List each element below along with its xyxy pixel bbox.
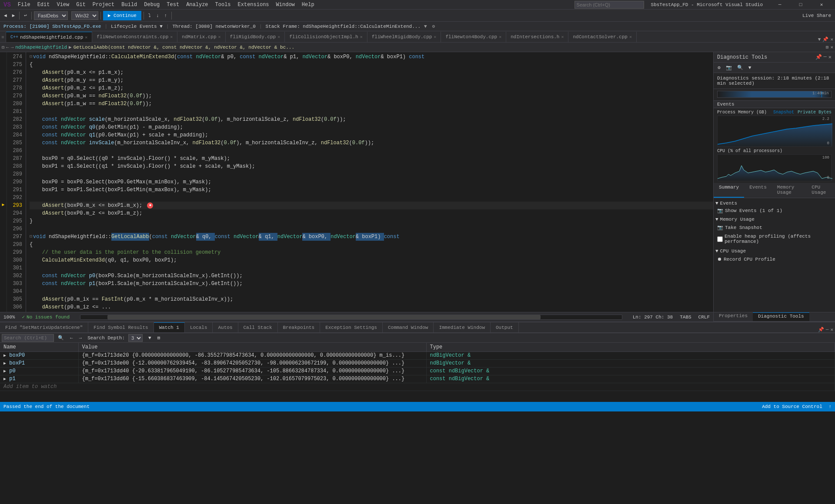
addr-class[interactable]: ndShapeHeightfield [15,45,67,50]
dtab-cpu[interactable]: CPU Usage [806,183,835,198]
diag-close[interactable]: ✕ [828,54,832,60]
undo-button[interactable]: ↩ [22,11,29,20]
config-dropdown[interactable]: FastDebs [34,11,68,20]
tab-pin[interactable]: 📌 [822,36,828,42]
diag-timeline[interactable]: 1:40min [717,91,832,98]
live-share-btn[interactable]: Live Share [800,11,833,20]
watch-filter-btn[interactable]: ▼ [146,334,154,342]
tab-close-8[interactable]: ✕ [629,34,632,40]
enable-heap-item[interactable]: Enable heap profiling (affects performan… [714,232,835,246]
addr-close[interactable]: ✕ [830,44,833,50]
tab-close-2[interactable]: ✕ [218,34,221,40]
memory-section-header[interactable]: ▼ Memory Usage [714,216,835,223]
tab-close-1[interactable]: ✕ [170,34,173,40]
addr-back[interactable]: ← [6,45,9,50]
tab-flinewton4body[interactable]: fliNewton4Body.cpp ✕ [441,32,506,42]
tab-close-all[interactable]: ✕ [830,36,833,42]
tab-misc-files[interactable]: ⊞ [0,32,6,42]
tab-flicollision[interactable]: fliCollisionObjectImpl.h ✕ [285,32,367,42]
watch-add-item[interactable]: Add item to watch [0,383,835,391]
snapshot-toggle[interactable]: Snapshot [773,110,794,115]
btab-locals[interactable]: Locals [185,322,213,332]
btab-output[interactable]: Output [491,322,519,332]
events-show[interactable]: 📷 Show Events (1 of 1) [714,207,835,214]
restore-button[interactable]: □ [791,0,811,10]
tab-ndshapeheightfield[interactable]: C++ ndShapeHeightfield.cpp ✕ [6,32,92,42]
diag-search[interactable]: 🔍 [735,63,745,73]
watch-search-btn[interactable]: 🔍 [56,334,66,342]
tab-flirigid[interactable]: fliRigidBody.cpp ✕ [226,32,285,42]
btab-watch1[interactable]: Watch 1 [154,322,185,332]
stack-frame-label[interactable]: Stack Frame: ndShapeHeightfield::Calcula… [266,24,421,29]
menu-extensions[interactable]: Extensions [234,2,273,8]
btab-exception[interactable]: Exception Settings [320,322,383,332]
btab-immediate[interactable]: Immediate Window [434,322,491,332]
watch-value-2[interactable]: {m_f=0x1713dd40 {-20.633817965049190, -8… [78,367,426,375]
pdtab-properties[interactable]: Properties [714,312,753,321]
menu-analyze[interactable]: Analyze [183,2,211,8]
collapse-297[interactable]: ⊟ [30,233,32,241]
dtab-events[interactable]: Events [744,183,772,198]
settings-icon[interactable]: ⚙ [432,23,435,29]
toolbar-back[interactable]: ◀ [2,11,9,20]
error-icon-293[interactable]: ● [147,202,153,209]
cpu-section-header[interactable]: ▼ CPU Usage [714,248,835,255]
btab-breakpoints[interactable]: Breakpoints [278,322,321,332]
events-section-header[interactable]: ▼ Events [714,200,835,207]
expand-3[interactable]: ▶ [3,377,6,381]
dtab-summary[interactable]: Summary [714,183,744,198]
watch-value-0[interactable]: {m_f=0x1713de20 {0.000000000000000, -86.… [78,351,426,359]
diag-minimize[interactable]: ─ [824,54,827,60]
tab-close-3[interactable]: ✕ [277,34,280,40]
menu-edit[interactable]: Edit [34,2,53,8]
btab-find-setmatrix[interactable]: Find "SetMatrixUpdateScene" [0,322,88,332]
tab-ndmatrix[interactable]: ndMatrix.cpp ✕ [177,32,225,42]
watch-value-3[interactable]: {m_f=0x1713dd60 {-15.660386837463909, -8… [78,375,426,383]
addr-forward[interactable]: → [11,45,14,50]
btab-find-symbol[interactable]: Find Symbol Results [88,322,154,332]
btab-callstack[interactable]: Call Stack [238,322,278,332]
tab-fliwheel[interactable]: fliWheelRigidBody.cpp ✕ [367,32,441,42]
step-over[interactable]: ⤵ [146,11,153,20]
expand-0[interactable]: ▶ [3,353,6,358]
platform-dropdown[interactable]: Win32 [71,11,98,20]
btab-command[interactable]: Command Window [383,322,434,332]
menu-file[interactable]: File [14,2,34,8]
tab-close-6[interactable]: ✕ [499,34,501,40]
tab-close-7[interactable]: ✕ [561,34,564,40]
btab-close[interactable]: ✕ [830,327,833,332]
collapse-274[interactable]: ⊟ [30,53,32,61]
watch-search-input[interactable] [2,334,54,342]
add-source-control[interactable]: Add to Source Control [762,404,822,409]
tab-ndintersections[interactable]: ndIntersections.h ✕ [506,32,568,42]
menu-test[interactable]: Test [163,2,183,8]
watch-expand-all[interactable]: ⊞ [155,334,163,342]
btab-autos[interactable]: Autos [213,322,238,332]
diag-filter[interactable]: ▼ [746,63,754,73]
diag-camera[interactable]: 📷 [724,63,734,73]
minimize-button[interactable]: ─ [770,0,790,10]
horizontal-scrollbar[interactable] [80,315,622,320]
private-bytes-toggle[interactable]: Private Bytes [798,110,832,115]
tabs-overflow[interactable]: ▼ [818,37,821,42]
btab-minimize[interactable]: ─ [826,327,829,332]
btab-pin[interactable]: 📌 [818,327,824,332]
tab-close-4[interactable]: ✕ [360,34,363,40]
menu-debug[interactable]: Debug [140,2,163,8]
continue-button[interactable]: ▶ Continue [103,11,141,20]
tab-close-5[interactable]: ✕ [434,34,436,40]
take-snapshot-item[interactable]: 📷 Take Snapshot [714,223,835,232]
tab-flinewton4[interactable]: fliNewton4Constraints.cpp ✕ [92,32,177,42]
menu-build[interactable]: Build [118,2,140,8]
zoom-level[interactable]: 100% [3,315,15,320]
tab-ndcontact[interactable]: ndContactSolver.cpp ✕ [568,32,636,42]
record-cpu-item[interactable]: ⏺ Record CPU Profile [714,255,835,264]
menu-view[interactable]: View [53,2,73,8]
menu-project[interactable]: Project [89,2,118,8]
menu-tools[interactable]: Tools [212,2,234,8]
search-depth-select[interactable]: 3 [128,334,143,342]
watch-back-btn[interactable]: ← [68,334,75,342]
tab-close-0[interactable]: ✕ [85,35,87,40]
diag-settings[interactable]: ⚙ [715,63,723,73]
watch-value-1[interactable]: {m_f=0x1713de00 {-12.000000762939454, -8… [78,359,426,367]
